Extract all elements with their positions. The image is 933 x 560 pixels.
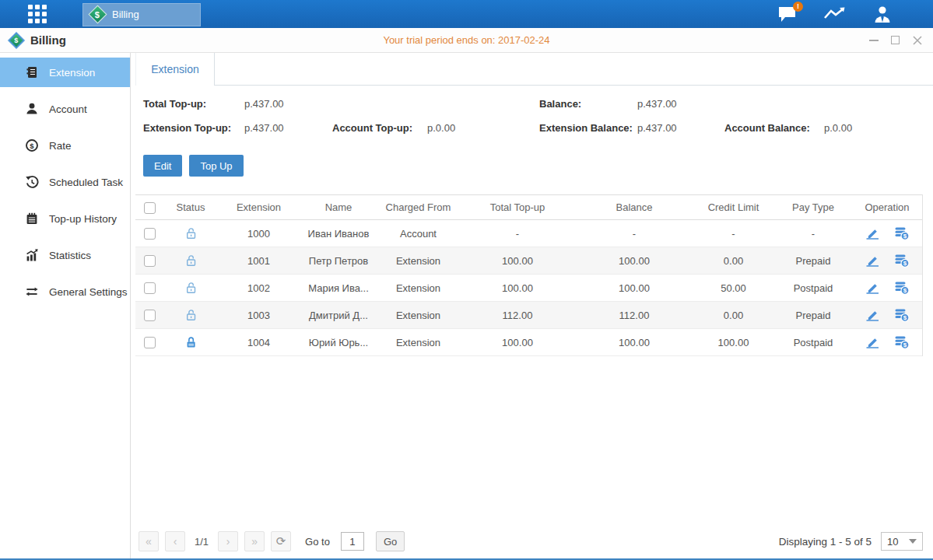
pagination-bar: « ‹ 1/1 › » ⟳ Go to Go Displaying 1 - 5 … xyxy=(135,531,923,558)
cell-total-topup: - xyxy=(459,220,576,247)
balance-summary: Total Top-up: p.437.00 Balance: p.437.00… xyxy=(135,92,923,140)
edit-icon[interactable] xyxy=(865,254,880,267)
cell-charged-from: Extension xyxy=(377,302,459,329)
row-checkbox[interactable] xyxy=(144,337,156,348)
row-checkbox[interactable] xyxy=(144,228,156,240)
cell-pay-type: Postpaid xyxy=(774,275,852,302)
cell-name: Дмитрий Д... xyxy=(300,302,377,329)
edit-button[interactable]: Edit xyxy=(143,155,182,177)
sidebar-item-rate[interactable]: $ Rate xyxy=(0,131,130,160)
account-topup-value: p.0.00 xyxy=(427,116,539,140)
table-row: 1001 Петр Петров Extension 100.00 100.00… xyxy=(135,247,922,275)
cell-pay-type: Postpaid xyxy=(774,329,852,356)
status-unlocked-icon xyxy=(185,282,197,293)
sidebar-item-label: Scheduled Task xyxy=(49,177,123,188)
cell-balance: 100.00 xyxy=(576,247,693,275)
topup-coins-icon[interactable]: $ xyxy=(894,335,910,349)
account-balance-value: p.0.00 xyxy=(824,116,923,140)
top-up-button[interactable]: Top Up xyxy=(189,155,243,177)
edit-icon[interactable] xyxy=(865,309,880,321)
sidebar-item-general-settings[interactable]: General Settings xyxy=(0,277,130,306)
page-size-select[interactable]: 10 xyxy=(881,532,923,551)
trial-notice: Your trial period ends on: 2017-02-24 xyxy=(0,34,933,46)
svg-text:$: $ xyxy=(903,260,907,267)
cell-name: Юрий Юрь... xyxy=(300,329,377,356)
reports-chart-icon[interactable] xyxy=(823,5,847,23)
status-unlocked-icon xyxy=(185,227,197,239)
col-status: Status xyxy=(163,195,218,220)
edit-icon[interactable] xyxy=(865,282,880,294)
last-page-button[interactable]: » xyxy=(244,531,265,551)
sidebar-item-statistics[interactable]: Statistics xyxy=(0,240,130,270)
topup-coins-icon[interactable]: $ xyxy=(894,281,910,295)
table-row: 1003 Дмитрий Д... Extension 112.00 112.0… xyxy=(135,302,922,329)
status-unlocked-icon xyxy=(185,309,197,320)
topup-history-calendar-icon xyxy=(24,212,39,226)
status-unlocked-icon xyxy=(185,254,197,266)
edit-icon[interactable] xyxy=(865,336,880,348)
select-all-checkbox[interactable] xyxy=(144,202,156,214)
row-checkbox[interactable] xyxy=(144,255,156,267)
cell-credit-limit: - xyxy=(693,220,774,247)
extension-topup-value: p.437.00 xyxy=(244,116,332,140)
cell-balance: 100.00 xyxy=(576,275,693,302)
taskbar-billing-tab[interactable]: $ Billing xyxy=(82,3,201,26)
sidebar-item-topup-history[interactable]: Top-up History xyxy=(0,204,130,233)
cell-name: Иван Иванов xyxy=(300,220,377,247)
cell-extension: 1001 xyxy=(218,247,300,275)
scheduled-task-clock-icon xyxy=(24,175,39,190)
main-content: Extension Total Top-up: p.437.00 Balance… xyxy=(131,53,933,558)
account-person-icon xyxy=(24,102,39,117)
tab-extension[interactable]: Extension xyxy=(135,53,215,86)
sidebar-item-label: Statistics xyxy=(49,250,91,261)
col-credit-limit: Credit Limit xyxy=(693,195,774,220)
first-page-button[interactable]: « xyxy=(139,531,159,551)
cell-total-topup: 112.00 xyxy=(459,302,576,329)
svg-text:$: $ xyxy=(903,287,907,294)
topup-coins-icon[interactable]: $ xyxy=(894,254,910,268)
minimize-button[interactable] xyxy=(868,35,879,45)
next-page-button[interactable]: › xyxy=(218,531,238,551)
svg-text:$: $ xyxy=(30,142,34,150)
page-indicator: 1/1 xyxy=(195,536,209,548)
account-balance-label: Account Balance: xyxy=(724,116,824,140)
topup-coins-icon[interactable]: $ xyxy=(894,226,910,240)
col-total-topup: Total Top-up xyxy=(459,195,576,220)
maximize-button[interactable] xyxy=(890,35,900,45)
cell-total-topup: 100.00 xyxy=(459,329,576,356)
cell-credit-limit: 50.00 xyxy=(693,275,774,302)
sidebar-item-label: Extension xyxy=(49,67,95,79)
refresh-icon[interactable]: ⟳ xyxy=(271,531,291,551)
go-button[interactable]: Go xyxy=(376,531,405,551)
user-account-icon[interactable] xyxy=(872,5,893,24)
messages-icon[interactable]: ! xyxy=(777,5,798,23)
cell-pay-type: - xyxy=(774,220,852,247)
topup-coins-icon[interactable]: $ xyxy=(894,308,910,322)
sidebar-item-account[interactable]: Account xyxy=(0,94,130,124)
sidebar-item-label: Rate xyxy=(49,140,72,152)
cell-name: Мария Ива... xyxy=(300,275,377,302)
cell-pay-type: Prepaid xyxy=(774,247,852,275)
close-button[interactable] xyxy=(912,35,922,45)
taskbar: $ Billing ! xyxy=(0,0,933,28)
row-checkbox[interactable] xyxy=(144,310,156,321)
sidebar-item-extension[interactable]: Extension xyxy=(0,58,130,87)
cell-charged-from: Account xyxy=(377,220,459,247)
cell-credit-limit: 0.00 xyxy=(693,302,774,329)
row-checkbox[interactable] xyxy=(144,282,156,294)
extension-balance-label: Extension Balance: xyxy=(539,116,637,140)
displaying-text: Displaying 1 - 5 of 5 xyxy=(779,536,872,548)
col-operation: Operation xyxy=(852,195,922,220)
app-grid-icon[interactable] xyxy=(28,5,47,23)
general-settings-sliders-icon xyxy=(24,285,39,299)
cell-extension: 1002 xyxy=(218,275,300,302)
chevron-down-icon xyxy=(909,539,917,544)
svg-text:$: $ xyxy=(903,314,907,321)
edit-icon[interactable] xyxy=(865,227,880,240)
balance-label: Balance: xyxy=(539,92,637,116)
sidebar-item-scheduled-task[interactable]: Scheduled Task xyxy=(0,167,130,197)
cell-balance: 100.00 xyxy=(576,329,693,356)
sidebar: Extension Account $ Rate Scheduled Task … xyxy=(0,53,131,558)
goto-page-input[interactable] xyxy=(341,532,364,551)
prev-page-button[interactable]: ‹ xyxy=(165,531,185,551)
